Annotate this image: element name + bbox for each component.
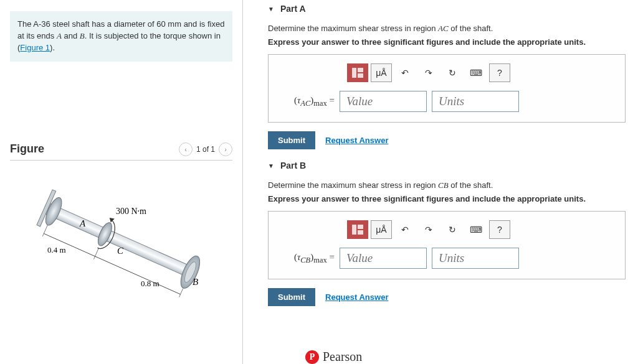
help-button[interactable]: ?: [489, 63, 510, 82]
problem-statement: The A-36 steel shaft has a diameter of 6…: [10, 11, 232, 62]
next-figure-button[interactable]: ›: [219, 142, 232, 156]
figure-pager: ‹ 1 of 1 ›: [179, 142, 232, 156]
prev-figure-button[interactable]: ‹: [179, 142, 193, 156]
svg-text:B: B: [193, 277, 198, 287]
submit-button-a[interactable]: Submit: [268, 131, 315, 149]
undo-button[interactable]: ↶: [394, 63, 416, 82]
pearson-logo-icon: P: [305, 350, 319, 364]
figure-link[interactable]: Figure 1: [20, 43, 50, 52]
part-a-title: Part A: [280, 4, 306, 14]
part-a-header[interactable]: ▼ Part A: [268, 4, 626, 14]
template-button[interactable]: [347, 63, 368, 82]
part-b-section: ▼ Part B Determine the maximum shear str…: [268, 161, 626, 306]
variable-label-b: (τCB)max =: [279, 252, 335, 265]
svg-rect-23: [358, 230, 363, 235]
part-b-header[interactable]: ▼ Part B: [268, 161, 626, 170]
svg-rect-19: [358, 68, 363, 72]
svg-rect-22: [358, 225, 363, 229]
svg-rect-20: [358, 73, 363, 78]
diameter: 60 mm: [156, 19, 181, 29]
keyboard-button[interactable]: ⌨: [465, 220, 487, 239]
request-answer-b[interactable]: Request Answer: [325, 292, 388, 302]
part-a-section: ▼ Part A Determine the maximum shear str…: [268, 4, 626, 149]
reset-button[interactable]: ↻: [442, 63, 463, 82]
units-symbol-button[interactable]: μÅ: [371, 63, 392, 82]
answer-toolbar-b: μÅ ↶ ↷ ↻ ⌨ ?: [347, 220, 615, 239]
text: and: [62, 31, 80, 40]
undo-button[interactable]: ↶: [394, 220, 416, 239]
end-a: A: [57, 31, 62, 40]
end-b: B: [80, 31, 85, 40]
units-input-b[interactable]: [432, 248, 519, 269]
template-button[interactable]: [347, 220, 368, 239]
redo-button[interactable]: ↷: [418, 63, 439, 82]
request-answer-a[interactable]: Request Answer: [325, 136, 388, 145]
part-b-instruction: Express your answer to three significant…: [268, 194, 626, 203]
part-a-prompt: Determine the maximum shear stress in re…: [268, 24, 626, 34]
part-b-prompt: Determine the maximum shear stress in re…: [268, 180, 626, 190]
units-symbol-button[interactable]: μÅ: [371, 220, 392, 239]
text: ).: [50, 43, 55, 52]
units-input-a[interactable]: [432, 91, 519, 112]
svg-rect-21: [352, 225, 356, 235]
part-b-title: Part B: [280, 161, 306, 170]
svg-text:A: A: [79, 218, 86, 228]
part-a-answer-box: μÅ ↶ ↷ ↻ ⌨ ? (τAC)max =: [268, 54, 626, 123]
svg-rect-18: [352, 68, 356, 78]
collapse-icon: ▼: [268, 6, 274, 12]
redo-button[interactable]: ↷: [418, 220, 439, 239]
pearson-brand: Pearson: [323, 350, 362, 364]
answer-toolbar: μÅ ↶ ↷ ↻ ⌨ ?: [347, 63, 615, 82]
svg-text:0.8 m: 0.8 m: [141, 279, 160, 288]
figure-title: Figure: [10, 142, 44, 156]
figure-diagram: A 300 N·m C B 0.4 m 0.8 m: [10, 185, 232, 306]
keyboard-button[interactable]: ⌨: [465, 63, 487, 82]
svg-text:0.4 m: 0.4 m: [47, 245, 66, 254]
value-input-a[interactable]: [340, 91, 427, 112]
pearson-footer: P Pearson: [305, 350, 362, 364]
submit-button-b[interactable]: Submit: [268, 288, 315, 306]
part-b-answer-box: μÅ ↶ ↷ ↻ ⌨ ? (τCB)max =: [268, 211, 626, 279]
text: The A-36 steel shaft has a diameter of: [17, 19, 156, 29]
part-a-instruction: Express your answer to three significant…: [268, 37, 626, 47]
pager-text: 1 of 1: [196, 145, 215, 154]
svg-line-11: [179, 288, 183, 297]
svg-text:C: C: [117, 246, 124, 256]
collapse-icon: ▼: [268, 162, 274, 169]
help-button[interactable]: ?: [489, 220, 510, 239]
svg-text:300 N·m: 300 N·m: [116, 207, 146, 216]
reset-button[interactable]: ↻: [442, 220, 463, 239]
value-input-b[interactable]: [340, 248, 427, 269]
variable-label-a: (τAC)max =: [279, 95, 335, 108]
